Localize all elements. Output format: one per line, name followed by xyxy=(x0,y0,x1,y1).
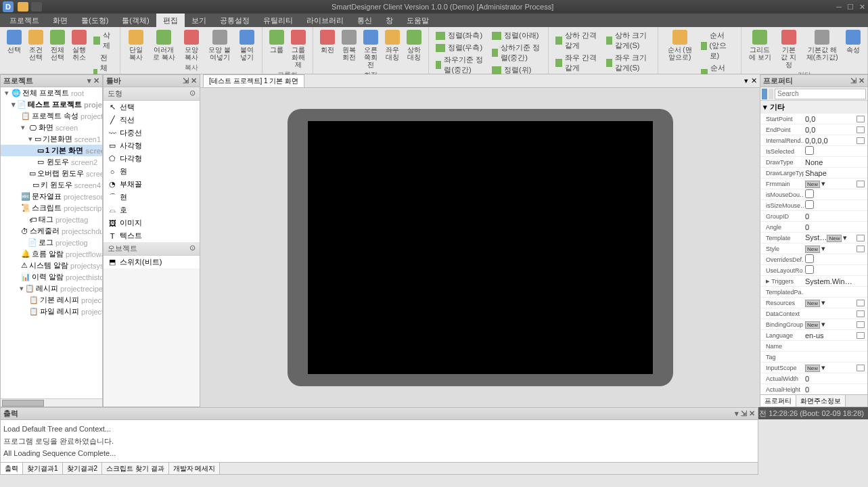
property-marker-icon[interactable] xyxy=(856,116,865,122)
tree-item[interactable]: ⚠시스템 알람projectsysta... xyxy=(1,260,102,271)
property-row[interactable]: StyleNew▾ xyxy=(760,244,867,254)
tree-item[interactable]: ⏱스케줄러projectschdul... xyxy=(1,225,102,237)
categorized-view-button[interactable] xyxy=(762,89,767,99)
output-tab[interactable]: 출력 xyxy=(1,463,23,474)
property-row[interactable]: GroupID0 xyxy=(760,211,867,222)
new-button[interactable]: New xyxy=(827,235,842,242)
property-marker-icon[interactable] xyxy=(856,321,865,328)
property-row[interactable]: TemplatedPa… xyxy=(760,287,867,298)
new-button[interactable]: New xyxy=(805,300,820,307)
property-value[interactable] xyxy=(804,265,856,275)
ribbon-tool-item[interactable]: 삭제 xyxy=(92,30,114,51)
property-value[interactable]: 0,0 xyxy=(804,126,856,134)
maximize-button[interactable]: ☐ xyxy=(847,3,854,11)
tree-item[interactable]: 📋프로젝트 속성projectinf... xyxy=(1,110,102,122)
tree-item[interactable]: ▾📋레시피projectrecipe xyxy=(1,283,102,294)
toolbox-item[interactable]: ▭사각형 xyxy=(104,139,200,152)
property-row[interactable]: ActualWidth0 xyxy=(760,373,867,384)
project-tree[interactable]: ▾🌐전체 프로젝트root▾📄테스트 프로젝트project📋프로젝트 속성pr… xyxy=(1,87,102,398)
property-category[interactable]: ▾기타 xyxy=(760,101,867,114)
ribbon-tool-button[interactable]: 오른쪽회전 xyxy=(361,28,381,70)
property-checkbox[interactable] xyxy=(805,200,814,209)
output-tab[interactable]: 개발자 메세지 xyxy=(169,463,221,474)
alpha-view-button[interactable] xyxy=(769,89,774,99)
collapse-icon[interactable]: ⊙ xyxy=(189,89,196,99)
toolbox-item[interactable]: ○원 xyxy=(104,165,200,178)
property-row[interactable]: UseLayoutRo… xyxy=(760,265,867,276)
pin-icon[interactable]: ⇲ xyxy=(850,76,856,85)
output-tab[interactable]: 찾기결과2 xyxy=(63,463,103,474)
toolbox-section-header[interactable]: 오브젝트⊙ xyxy=(104,242,200,256)
toolbox-item[interactable]: 〰다중선 xyxy=(104,126,200,139)
property-value[interactable]: 0 xyxy=(804,386,856,394)
property-row[interactable]: ▸ TriggersSystem.Win… xyxy=(760,276,867,287)
ribbon-tool-button[interactable]: 그룹 xyxy=(267,28,287,55)
property-value[interactable]: New▾ xyxy=(804,363,856,372)
property-row[interactable]: isSizeMouse… xyxy=(760,200,867,211)
property-row[interactable]: IsSelected xyxy=(760,146,867,157)
property-value[interactable]: New▾ xyxy=(804,244,856,253)
property-value[interactable]: 0 xyxy=(804,375,856,383)
ribbon-tool-button[interactable]: 회전 xyxy=(317,28,338,55)
property-marker-icon[interactable] xyxy=(856,181,865,187)
ribbon-tool-button[interactable]: 좌우대칭 xyxy=(382,28,403,62)
property-value[interactable]: 0,0 xyxy=(804,115,856,123)
property-row[interactable]: Angle0 xyxy=(760,222,867,233)
property-row[interactable]: OverridesDef… xyxy=(760,254,867,265)
tree-item[interactable]: 🔔흐름 알람projectflowal... xyxy=(1,248,102,260)
ribbon-tool-button[interactable]: 여러개로 복사 xyxy=(149,28,179,62)
property-marker-icon[interactable] xyxy=(856,310,865,317)
menu-item[interactable]: 화면 xyxy=(46,14,74,27)
menu-item[interactable]: 도움말 xyxy=(400,14,436,27)
ribbon-tool-item[interactable]: 정렬(아래) xyxy=(490,30,543,41)
menu-item[interactable]: 프로젝트 xyxy=(3,14,46,27)
tree-item[interactable]: ▭오버랩 윈도우screen3 xyxy=(1,168,102,179)
property-value[interactable]: Syst…New▾ xyxy=(804,233,856,242)
tree-item[interactable]: ▾🌐전체 프로젝트root xyxy=(1,87,102,99)
tree-item[interactable]: 📋파일 레시피projectr... xyxy=(1,306,102,317)
property-row[interactable]: Name xyxy=(760,341,867,352)
property-value[interactable] xyxy=(804,189,856,200)
property-row[interactable]: FrmmainNew▾ xyxy=(760,179,867,189)
ribbon-tool-button[interactable]: 기본값 지정 xyxy=(776,28,801,70)
ribbon-tool-button[interactable]: 실행취소 xyxy=(69,28,89,62)
toolbox-item[interactable]: 🖼이미지 xyxy=(104,216,200,229)
dropdown-icon[interactable]: ▾ xyxy=(821,298,825,306)
property-row[interactable]: Tag xyxy=(760,352,867,363)
tree-item[interactable]: 📄로그projectlog xyxy=(1,237,102,248)
menu-item[interactable]: 유틸리티 xyxy=(256,14,300,27)
tree-twisty-icon[interactable]: ▾ xyxy=(20,284,24,293)
pin-icon[interactable]: ▾ xyxy=(87,76,91,85)
ribbon-tool-button[interactable]: 그룹화해제 xyxy=(288,28,309,70)
property-row[interactable]: InternalRend…0,0,0,0 xyxy=(760,135,867,146)
menu-item[interactable]: 툴(객체) xyxy=(115,14,156,27)
toolbox-item[interactable]: ◔부채꼴 xyxy=(104,178,200,191)
menu-item[interactable]: 창 xyxy=(379,14,400,27)
property-marker-icon[interactable] xyxy=(856,235,865,241)
dropdown-icon[interactable]: ▾ xyxy=(821,179,825,187)
ribbon-tool-item[interactable]: 상하 크기 같게(S) xyxy=(605,30,652,51)
pin-icon[interactable]: ⇲ xyxy=(741,409,747,418)
ribbon-tool-item[interactable]: 순서(앞으로) xyxy=(700,30,735,62)
property-value[interactable]: System.Win… xyxy=(804,277,856,285)
dropdown-icon[interactable]: ▾ xyxy=(821,363,825,371)
tree-item[interactable]: 🔤문자열표projectresour... xyxy=(1,191,102,202)
property-value[interactable]: New▾ xyxy=(804,179,856,188)
toolbox-item[interactable]: ⬠다각형 xyxy=(104,152,200,165)
toolbox-item[interactable]: ⌒현 xyxy=(104,191,200,204)
output-tab[interactable]: 찾기결과1 xyxy=(23,463,63,474)
menu-item[interactable]: 툴(도형) xyxy=(74,14,115,27)
ribbon-tool-button[interactable]: 선택 xyxy=(4,28,24,55)
ribbon-tool-button[interactable]: 모양 붙여넣기 xyxy=(204,28,235,62)
minimize-button[interactable]: ─ xyxy=(836,3,842,11)
ribbon-tool-item[interactable]: 좌우 간격 같게 xyxy=(554,52,601,74)
property-value[interactable]: None xyxy=(804,158,856,166)
property-row[interactable]: isMouseDou… xyxy=(760,189,867,200)
property-row[interactable]: BindingGroupNew▾ xyxy=(760,319,867,330)
property-value[interactable]: 0,0,0,0 xyxy=(804,137,856,145)
properties-tab[interactable]: 화면주소정보 xyxy=(796,395,846,407)
design-screen[interactable] xyxy=(308,121,653,374)
ribbon-tool-button[interactable]: 모양 복사 xyxy=(181,28,203,62)
property-marker-icon[interactable] xyxy=(856,300,865,306)
toolbox-item[interactable]: ↖선택 xyxy=(104,101,200,114)
